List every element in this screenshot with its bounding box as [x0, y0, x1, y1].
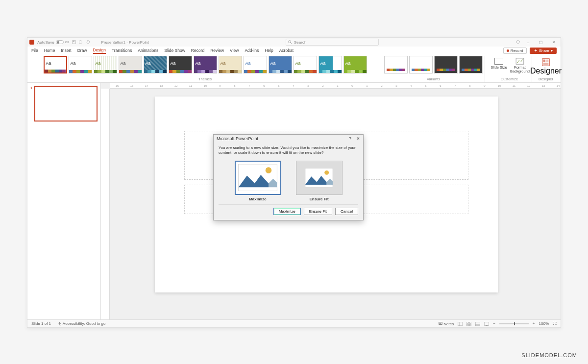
variant-thumbnail[interactable]	[384, 56, 408, 73]
menu-tab-record[interactable]: Record	[191, 48, 204, 53]
slide-size-icon	[494, 58, 503, 65]
option-maximize-label: Maximize	[235, 197, 281, 201]
share-icon	[534, 49, 538, 52]
svg-rect-18	[469, 324, 471, 326]
dialog-help-button[interactable]: ?	[349, 136, 351, 141]
autosave-label: AutoSave	[37, 40, 54, 45]
maximize-button[interactable]: ▢	[536, 39, 546, 46]
title-bar: AutoSave Off Presentation1 - PowerPoint …	[27, 38, 561, 47]
reading-view-icon[interactable]	[475, 322, 480, 326]
theme-thumbnail[interactable]: Aa	[318, 56, 342, 73]
option-maximize[interactable]: Maximize	[235, 161, 281, 201]
designer-group-label: Designer	[539, 77, 553, 81]
theme-thumbnail[interactable]: Aa	[269, 56, 292, 73]
menu-tab-animations[interactable]: Animations	[138, 48, 158, 53]
theme-thumbnail[interactable]: Aa	[294, 56, 317, 73]
zoom-in-button[interactable]: +	[533, 321, 535, 326]
theme-thumbnail[interactable]: Aa	[69, 56, 92, 73]
slide-size-button[interactable]: Slide Size	[489, 56, 509, 70]
variant-thumbnail[interactable]	[409, 56, 433, 73]
menu-tab-slide-show[interactable]: Slide Show	[164, 48, 185, 53]
undo-icon[interactable]	[79, 40, 83, 44]
diamond-icon[interactable]	[515, 40, 520, 45]
variant-thumbnail[interactable]	[434, 56, 458, 73]
theme-thumbnail[interactable]: Aa	[244, 56, 267, 73]
menu-tab-transitions[interactable]: Transitions	[112, 48, 132, 53]
slide-thumbnail-item[interactable]: 1	[30, 86, 98, 121]
designer-icon	[541, 58, 550, 67]
document-title: Presentation1 - PowerPoint	[101, 40, 149, 45]
save-icon[interactable]	[72, 40, 76, 44]
theme-thumbnail[interactable]: Aa	[94, 56, 117, 73]
maximize-preview-icon	[238, 164, 277, 191]
autosave-switch-icon[interactable]	[56, 40, 64, 44]
slideshow-view-icon[interactable]	[484, 322, 489, 326]
ensure-fit-button[interactable]: Ensure Fit	[304, 208, 332, 215]
menu-tab-draw[interactable]: Draw	[77, 48, 87, 53]
theme-thumbnail[interactable]: Aa	[119, 56, 142, 73]
option-ensure-thumb	[296, 161, 343, 195]
menu-tab-review[interactable]: Review	[210, 48, 224, 53]
accessibility-text: Accessibility: Good to go	[63, 321, 106, 326]
dialog-close-button[interactable]: ✕	[356, 136, 360, 141]
dialog-message: You are scaling to a new slide size. Wou…	[219, 146, 358, 156]
normal-view-icon[interactable]	[458, 322, 463, 326]
accessibility-status[interactable]: Accessibility: Good to go	[58, 321, 105, 326]
theme-thumbnail[interactable]: Aa	[219, 56, 242, 73]
svg-rect-13	[458, 322, 463, 326]
slide-size-label: Slide Size	[490, 66, 507, 70]
autosave-toggle[interactable]: AutoSave Off	[37, 40, 69, 45]
menu-tab-help[interactable]: Help	[265, 48, 273, 53]
dialog-title: Microsoft PowerPoint	[217, 136, 258, 141]
record-label: Record	[511, 49, 523, 53]
theme-thumbnail[interactable]: Aa	[194, 56, 217, 73]
ensure-fit-preview-icon	[305, 168, 333, 188]
powerpoint-logo-icon	[29, 40, 34, 45]
status-bar: Slide 1 of 1 Accessibility: Good to go N…	[27, 319, 561, 327]
variant-thumbnail[interactable]	[459, 56, 483, 73]
share-button[interactable]: Share ▾	[530, 48, 557, 54]
svg-rect-6	[543, 60, 546, 62]
option-ensure-fit[interactable]: Ensure Fit	[296, 161, 343, 201]
zoom-slider[interactable]	[499, 323, 529, 324]
menu-tab-acrobat[interactable]: Acrobat	[279, 48, 294, 53]
customize-label: Customize	[501, 77, 518, 81]
theme-thumbnail[interactable]: Aa	[169, 56, 192, 73]
svg-rect-15	[466, 322, 468, 323]
variants-gallery[interactable]	[384, 56, 483, 73]
sorter-view-icon[interactable]	[466, 322, 471, 326]
notes-button[interactable]: Notes	[439, 321, 454, 326]
redo-icon[interactable]	[86, 40, 90, 44]
zoom-level[interactable]: 100%	[539, 321, 549, 326]
theme-thumbnail[interactable]: Aa	[343, 56, 367, 73]
menu-tab-file[interactable]: File	[31, 48, 38, 53]
dialog-buttons: Maximize Ensure Fit Cancel	[219, 204, 358, 215]
slide-thumbnail[interactable]	[34, 86, 98, 121]
close-window-button[interactable]: ✕	[549, 39, 559, 46]
option-ensure-label: Ensure Fit	[296, 197, 343, 201]
menu-tab-home[interactable]: Home	[44, 48, 55, 53]
menu-tab-design[interactable]: Design	[93, 48, 106, 54]
themes-gallery[interactable]: AaAaAaAaAaAaAaAaAaAaAaAaAa	[44, 56, 367, 73]
designer-button[interactable]: Designer	[536, 56, 556, 75]
dialog-options: Maximize Ensure Fit	[219, 161, 358, 201]
record-button[interactable]: Record	[503, 48, 527, 54]
fit-to-window-button[interactable]: ⛶	[553, 321, 557, 326]
theme-thumbnail[interactable]: Aa	[44, 56, 67, 73]
search-input[interactable]: Search	[286, 39, 379, 46]
vertical-ruler	[101, 89, 110, 319]
zoom-out-button[interactable]: −	[493, 321, 495, 326]
theme-thumbnail[interactable]: Aa	[144, 56, 167, 73]
format-background-button[interactable]: Format Background	[510, 56, 530, 74]
svg-point-24	[266, 168, 272, 174]
menu-tab-view[interactable]: View	[230, 48, 239, 53]
cancel-button[interactable]: Cancel	[335, 208, 358, 215]
menu-tab-insert[interactable]: Insert	[61, 48, 71, 53]
slide-info: Slide 1 of 1	[31, 321, 51, 326]
maximize-button[interactable]: Maximize	[273, 208, 301, 215]
svg-line-3	[291, 43, 292, 44]
minimize-button[interactable]: –	[523, 39, 533, 46]
svg-rect-7	[546, 60, 549, 62]
menu-tab-add-ins[interactable]: Add-ins	[245, 48, 259, 53]
slide-thumbnail-panel[interactable]: 1	[27, 83, 101, 319]
